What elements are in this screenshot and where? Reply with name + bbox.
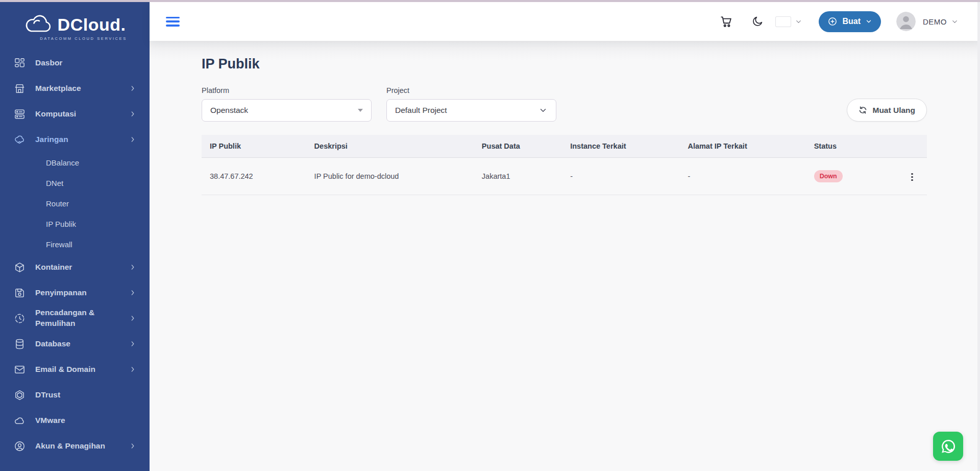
account-name: DEMO [923,17,947,26]
status-badge: Down [814,170,843,182]
sidebar-subitem-firewall[interactable]: Firewall [0,234,150,254]
sidebar-item-label: Jaringan [35,134,119,145]
user-circle-icon [14,440,26,452]
create-button[interactable]: Buat [819,11,881,32]
database-icon [14,338,26,350]
refresh-icon [859,106,867,114]
sidebar-nav: DasborMarketplaceKomputasiJaringanDBalan… [0,50,150,459]
sidebar-item-label: DTrust [35,390,136,401]
chevron-right-icon [129,366,136,373]
reload-button-label: Muat Ulang [872,106,915,115]
column-header-pusat-data: Pusat Data [474,135,562,157]
filters-row: Platform Openstack Project Default Proje… [202,86,927,122]
cloud-network-icon [14,134,26,146]
whatsapp-button[interactable] [933,432,963,461]
sidebar-item-label: Email & Domain [35,364,119,375]
sidebar-item-label: Akun & Penagihan [35,441,119,452]
sidebar-item-label: Marketplace [35,83,119,94]
column-header-actions [889,135,927,157]
table-row: 38.47.67.242IP Public for demo-dcloudJak… [202,157,927,195]
server-icon [14,108,26,120]
chevron-right-icon [129,340,136,347]
column-header-alamat-ip-terkait: Alamat IP Terkait [679,135,805,157]
table-header-row: IP PublikDeskripsiPusat DataInstance Ter… [202,135,927,157]
sidebar-item-label: Pencadangan & Pemulihan [35,308,119,329]
page-title: IP Publik [202,56,927,72]
avatar[interactable] [896,12,916,31]
sidebar-item-label: Dasbor [35,58,136,68]
platform-select[interactable]: Openstack [202,99,372,122]
chevron-down-icon [865,18,872,25]
logo-title: DCloud. [58,15,126,35]
sidebar-item-pencadangan-pemulihan[interactable]: Pencadangan & Pemulihan [0,305,150,331]
logo-tagline: DATACOMM CLOUD SERVICES [40,36,127,41]
sidebar-subitem-dbalance[interactable]: DBalance [0,152,150,173]
chevron-right-icon [129,110,136,117]
logo[interactable]: DCloud. DATACOMM CLOUD SERVICES [0,2,150,41]
column-header-ip-publik: IP Publik [202,135,306,157]
column-header-status: Status [806,135,889,157]
column-header-instance-terkait: Instance Terkait [562,135,679,157]
chevron-right-icon [129,264,136,271]
account-menu[interactable]: DEMO [923,17,959,26]
sidebar-subitem-dnet[interactable]: DNet [0,173,150,193]
project-label: Project [386,86,556,95]
select-caret-icon [358,109,363,112]
column-header-deskripsi: Deskripsi [306,135,474,157]
sidebar-item-komputasi[interactable]: Komputasi [0,101,150,127]
plus-circle-icon [827,16,838,27]
page-scrollbar[interactable] [977,2,980,471]
sidebar-item-label: Penyimpanan [35,288,119,298]
chevron-down-icon [951,18,959,26]
cell-description: IP Public for demo-dcloud [306,157,474,195]
sidebar-item-dtrust[interactable]: DTrust [0,382,150,408]
whatsapp-icon [939,437,958,456]
cell-related-ip: - [679,157,805,195]
save-icon [14,287,26,299]
ip-table: IP PublikDeskripsiPusat DataInstance Ter… [202,135,927,195]
project-select[interactable]: Default Project [386,99,556,122]
cell-datacenter: Jakarta1 [474,157,562,195]
sidebar-subitem-router[interactable]: Router [0,193,150,214]
row-actions-kebab-icon[interactable] [908,170,916,184]
chevron-right-icon [129,85,136,92]
sidebar-item-akun-penagihan[interactable]: Akun & Penagihan [0,433,150,459]
platform-label: Platform [202,86,372,95]
sidebar: DCloud. DATACOMM CLOUD SERVICES DasborMa… [0,0,150,471]
sidebar-item-marketplace[interactable]: Marketplace [0,76,150,101]
chevron-right-icon [129,442,136,450]
platform-select-value: Openstack [210,106,358,115]
sidebar-subitem-ip-publik[interactable]: IP Publik [0,214,150,234]
sidebar-item-dasbor[interactable]: Dasbor [0,50,150,76]
cell-actions [889,157,927,195]
project-filter: Project Default Project [386,86,556,122]
sidebar-item-email-domain[interactable]: Email & Domain [0,357,150,382]
mail-icon [14,364,26,375]
create-button-label: Buat [842,17,861,26]
cart-icon[interactable] [720,15,733,28]
reload-button[interactable]: Muat Ulang [847,99,927,122]
platform-filter: Platform Openstack [202,86,372,122]
sidebar-item-label: Komputasi [35,109,119,120]
history-icon [14,313,26,324]
sidebar-item-database[interactable]: Database [0,331,150,357]
chevron-right-icon [129,289,136,296]
dcloud-logo-icon [24,14,54,35]
hamburger-menu-icon[interactable] [166,17,180,27]
hexagon-icon [14,389,26,401]
sidebar-item-vmware[interactable]: VMware [0,408,150,433]
dark-mode-moon-icon[interactable] [751,15,764,28]
chevron-down-icon [538,106,548,115]
browser-progress-strip [0,0,980,2]
cloud-icon [14,415,26,427]
language-selector[interactable] [776,17,802,27]
indonesia-flag-icon [776,17,791,27]
box-icon [14,262,26,273]
sidebar-item-label: VMware [35,415,136,426]
sidebar-item-penyimpanan[interactable]: Penyimpanan [0,280,150,305]
chevron-right-icon [129,136,136,143]
sidebar-item-jaringan[interactable]: Jaringan [0,127,150,152]
sidebar-item-kontainer[interactable]: Kontainer [0,254,150,280]
cell-status: Down [806,157,889,195]
store-icon [14,83,26,95]
